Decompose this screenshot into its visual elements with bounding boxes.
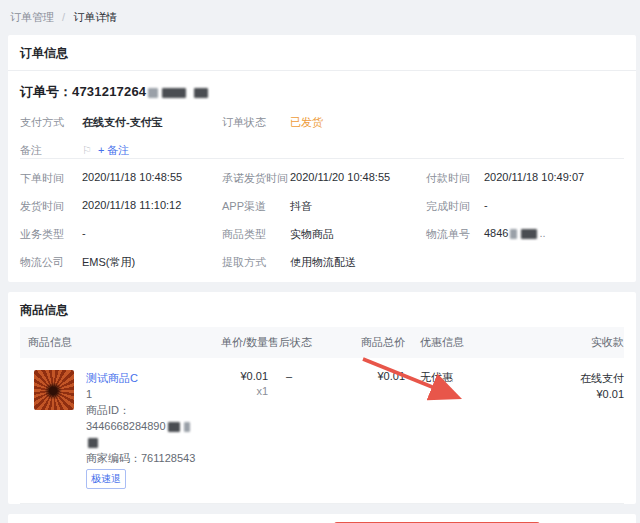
order-status-grid: 支付方式 在线支付-支付宝 订单状态 已发货 备注 ⚐+ 备注: [8, 101, 636, 158]
shipping-card: 收货信息 查看新地址 查看下单地址 联系买家 收货人 *** 联系方式 *** …: [8, 514, 636, 523]
remark-label: 备注: [20, 143, 82, 158]
field-label: 承诺发货时间: [222, 171, 290, 186]
order-number-value: 4731217264: [72, 84, 146, 99]
field-label: 业务类型: [20, 227, 82, 242]
received-cell: 在线支付 ¥0.01: [515, 358, 624, 503]
logistics-company-value: EMS(常用): [82, 255, 222, 270]
col-total: 商品总价: [353, 327, 405, 358]
price-qty-cell: ¥0.01 x1: [205, 358, 268, 503]
field-label: 完成时间: [426, 199, 484, 214]
product-name-link[interactable]: 测试商品C: [86, 370, 205, 386]
field-label: 提取方式: [222, 255, 290, 270]
business-type-value: -: [82, 227, 222, 239]
breadcrumb-order-management[interactable]: 订单管理: [10, 11, 54, 23]
product-image[interactable]: [34, 370, 74, 410]
payment-method-value: 在线支付-支付宝: [82, 115, 222, 130]
promise-ship-time-value: 2020/11/20 10:48:55: [290, 171, 426, 183]
order-detail-grid: 下单时间 2020/11/18 10:48:55 承诺发货时间 2020/11/…: [8, 159, 636, 282]
redacted-block: [521, 229, 537, 239]
goods-title: 商品信息: [8, 292, 636, 327]
merchant-code-line: 商家编码：761128543: [86, 450, 205, 466]
field-label: 发货时间: [20, 199, 82, 214]
col-discount: 优惠信息: [405, 327, 515, 358]
remark-value: ⚐+ 备注: [82, 143, 222, 158]
pay-time-value: 2020/11/18 10:49:07: [484, 171, 624, 183]
product-spec: 1: [86, 386, 205, 402]
field-label: 商品类型: [222, 227, 290, 242]
order-info-title: 订单信息: [8, 35, 636, 71]
field-label: 下单时间: [20, 171, 82, 186]
total-price-cell: ¥0.01: [353, 358, 405, 503]
unit-price: ¥0.01: [205, 370, 268, 382]
quantity: x1: [205, 385, 268, 397]
order-info-card: 订单信息 订单号：4731217264 支付方式 在线支付-支付宝 订单状态 已…: [8, 35, 636, 282]
redacted-block: [510, 229, 517, 239]
order-status-badge: 已发货: [290, 115, 426, 130]
complete-time-value: -: [484, 199, 624, 211]
order-number-row: 订单号：4731217264: [8, 71, 636, 101]
order-time-value: 2020/11/18 10:48:55: [82, 171, 222, 183]
fast-refund-tag: 极速退: [86, 469, 126, 489]
tracking-number-value: 4846..: [484, 227, 624, 239]
order-status-label: 订单状态: [222, 115, 290, 130]
app-channel-value: 抖音: [290, 199, 426, 214]
product-cell: 测试商品C 1 商品ID：3446668284890 商家编码：76112854…: [20, 358, 205, 503]
flag-icon: ⚐: [82, 144, 92, 156]
col-price-qty: 单价/数量: [205, 327, 268, 358]
field-label: 物流单号: [426, 227, 484, 242]
redacted-block: [88, 438, 98, 448]
redacted-block: [194, 88, 208, 98]
breadcrumb-order-detail: 订单详情: [73, 11, 117, 23]
goods-card: 商品信息 商品信息 单价/数量 售后状态 商品总价 优惠信息 实收款 测试商品C…: [8, 292, 636, 504]
field-label: 物流公司: [20, 255, 82, 270]
col-aftersale: 售后状态: [268, 327, 353, 358]
product-id-line: 商品ID：3446668284890: [86, 402, 205, 450]
discount-cell: 无优惠: [405, 358, 515, 503]
goods-table-header: 商品信息 单价/数量 售后状态 商品总价 优惠信息 实收款: [20, 327, 624, 358]
goods-type-value: 实物商品: [290, 227, 426, 242]
breadcrumb-separator: /: [62, 11, 65, 23]
col-received: 实收款: [515, 327, 624, 358]
field-label: 付款时间: [426, 171, 484, 186]
goods-table-row: 测试商品C 1 商品ID：3446668284890 商家编码：76112854…: [20, 358, 624, 504]
shipping-header: 收货信息 查看新地址 查看下单地址 联系买家: [8, 514, 636, 523]
redacted-block: [148, 88, 158, 98]
received-amount: ¥0.01: [515, 386, 624, 402]
redacted-block: [184, 422, 190, 432]
redacted-block: [168, 422, 180, 432]
aftersale-cell: –: [268, 358, 353, 503]
payment-method-label: 支付方式: [20, 115, 82, 130]
pickup-method-value: 使用物流配送: [290, 255, 426, 270]
redacted-block: [162, 88, 186, 98]
received-method: 在线支付: [515, 370, 624, 386]
add-remark-link[interactable]: + 备注: [98, 144, 129, 156]
col-goods-info: 商品信息: [20, 327, 205, 358]
field-label: APP渠道: [222, 199, 290, 214]
breadcrumb: 订单管理 / 订单详情: [0, 0, 640, 25]
order-number-label: 订单号：: [20, 84, 72, 99]
ship-time-value: 2020/11/18 11:10:12: [82, 199, 222, 211]
